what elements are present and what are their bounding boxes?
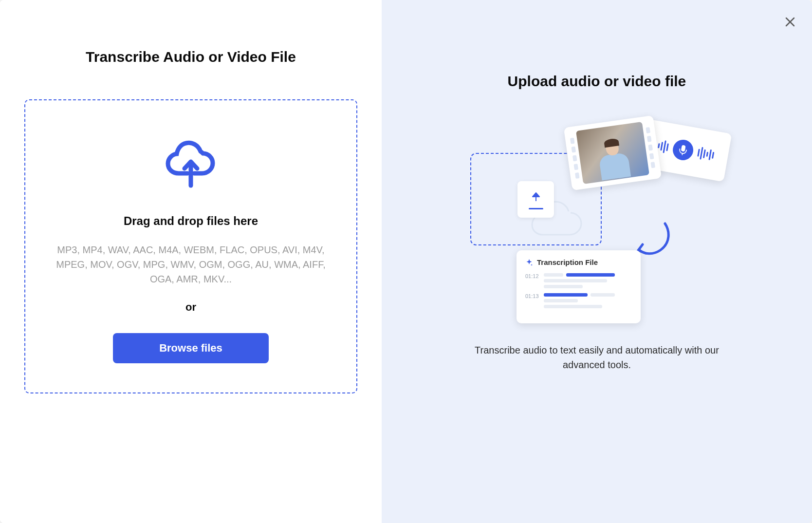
page-title: Transcribe Audio or Video File [24,49,357,65]
left-panel: Transcribe Audio or Video File Drag and … [0,0,382,523]
timestamp: 01:12 [525,273,539,279]
video-thumbnail [576,122,649,184]
drop-instructions: Drag and drop files here [124,214,258,228]
file-dropzone[interactable]: Drag and drop files here MP3, MP4, WAV, … [24,99,357,393]
supported-formats: MP3, MP4, WAV, AAC, M4A, WEBM, FLAC, OPU… [45,243,337,286]
svg-rect-3 [681,145,685,151]
right-title: Upload audio or video file [508,73,686,90]
right-description: Transcribe audio to text easily and auto… [465,343,728,372]
transcript-card-illustration: Transcription File 01:12 01:13 [517,250,641,323]
right-panel: Upload audio or video file [382,0,812,523]
arrow-icon [636,221,675,260]
sparkle-icon [525,259,533,266]
upload-card-icon [517,181,554,218]
cloud-upload-icon [164,139,218,190]
microphone-icon [671,138,695,162]
video-card-illustration [564,115,662,190]
close-icon [785,17,795,27]
or-separator: or [185,301,196,314]
illustration: Transcription File 01:12 01:13 [470,119,723,323]
close-button[interactable] [783,15,797,29]
timestamp: 01:13 [525,293,539,299]
transcript-title: Transcription File [537,258,598,266]
browse-files-button[interactable]: Browse files [113,333,269,363]
upload-modal: Transcribe Audio or Video File Drag and … [0,0,812,523]
